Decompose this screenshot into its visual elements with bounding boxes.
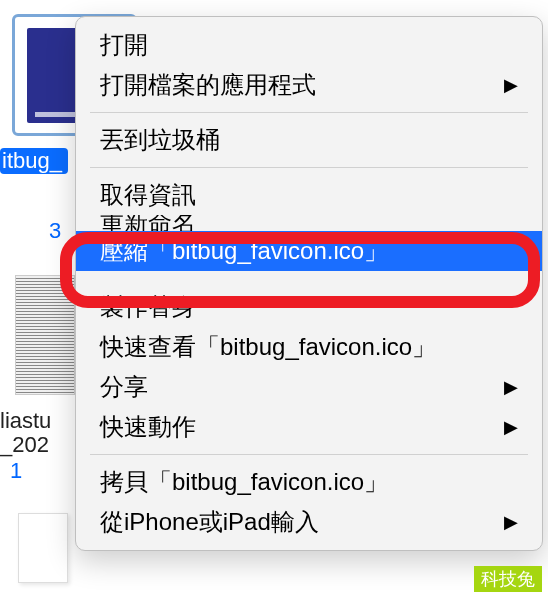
file-label-selected[interactable]: itbug_: [0, 148, 68, 174]
file-label-2-line2: _202: [0, 432, 49, 458]
file-date-1: 3: [49, 218, 61, 244]
menu-open-with-label: 打開檔案的應用程式: [100, 69, 316, 101]
desktop-background: itbug_ 3 liastu _202 1 打開 打開檔案的應用程式 ▶ 丟到…: [0, 0, 548, 602]
menu-quick-actions-label: 快速動作: [100, 411, 196, 443]
menu-quick-look[interactable]: 快速查看「bitbug_favicon.ico」: [76, 327, 542, 367]
menu-duplicate[interactable]: 複製: [76, 271, 542, 287]
menu-trash-label: 丟到垃圾桶: [100, 124, 220, 156]
menu-open-with[interactable]: 打開檔案的應用程式 ▶: [76, 65, 542, 105]
menu-rename-label: 重新命名: [100, 215, 196, 231]
watermark-badge: 科技兔: [474, 566, 542, 592]
menu-make-alias-label: 製作替身: [100, 291, 196, 323]
file-icon-2[interactable]: [15, 275, 75, 395]
menu-quick-actions[interactable]: 快速動作 ▶: [76, 407, 542, 447]
menu-copy-label: 拷貝「bitbug_favicon.ico」: [100, 466, 388, 498]
menu-get-info[interactable]: 取得資訊: [76, 175, 542, 215]
menu-share-label: 分享: [100, 371, 148, 403]
submenu-arrow-icon: ▶: [504, 416, 518, 438]
submenu-arrow-icon: ▶: [504, 511, 518, 533]
menu-open-label: 打開: [100, 29, 148, 61]
menu-compress[interactable]: 壓縮「bitbug_favicon.ico」: [76, 231, 542, 271]
file-label-2-line1: liastu: [0, 408, 51, 434]
menu-quick-look-label: 快速查看「bitbug_favicon.ico」: [100, 331, 436, 363]
menu-separator: [90, 112, 528, 113]
menu-import-from-device[interactable]: 從iPhone或iPad輸入 ▶: [76, 502, 542, 542]
menu-open[interactable]: 打開: [76, 25, 542, 65]
menu-rename[interactable]: 重新命名: [76, 215, 542, 231]
menu-make-alias[interactable]: 製作替身: [76, 287, 542, 327]
menu-separator: [90, 167, 528, 168]
menu-separator: [90, 454, 528, 455]
menu-compress-label: 壓縮「bitbug_favicon.ico」: [100, 235, 388, 267]
menu-copy[interactable]: 拷貝「bitbug_favicon.ico」: [76, 462, 542, 502]
menu-get-info-label: 取得資訊: [100, 179, 196, 211]
menu-import-label: 從iPhone或iPad輸入: [100, 506, 319, 538]
file-icon-3[interactable]: [18, 513, 68, 583]
menu-move-to-trash[interactable]: 丟到垃圾桶: [76, 120, 542, 160]
submenu-arrow-icon: ▶: [504, 376, 518, 398]
file-date-2: 1: [10, 458, 22, 484]
menu-share[interactable]: 分享 ▶: [76, 367, 542, 407]
submenu-arrow-icon: ▶: [504, 74, 518, 96]
context-menu: 打開 打開檔案的應用程式 ▶ 丟到垃圾桶 取得資訊 重新命名 壓縮「bitbug…: [75, 16, 543, 551]
